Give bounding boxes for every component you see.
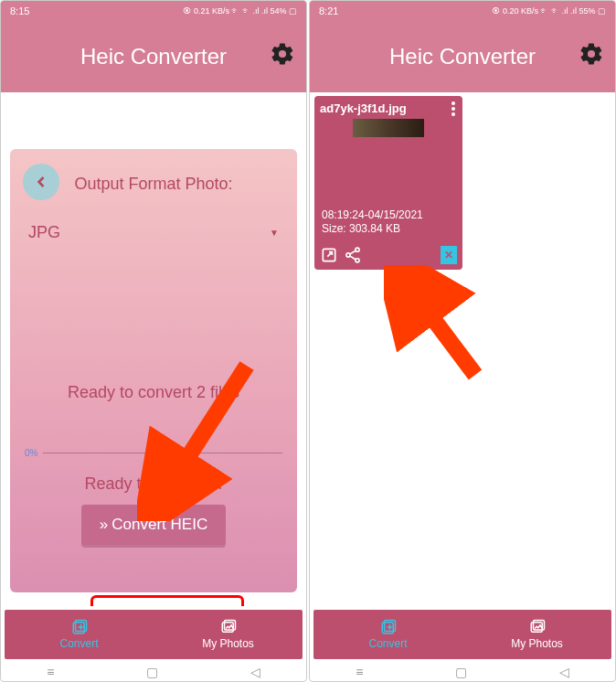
convert-icon — [379, 619, 398, 635]
system-nav: ≡ ▢ ◁ — [1, 663, 306, 681]
back-button[interactable] — [23, 164, 59, 200]
ready-convert-text: Ready to convert... — [23, 474, 284, 494]
nav-convert-label: Convert — [368, 637, 407, 650]
settings-gear-icon[interactable] — [579, 41, 604, 67]
convert-heic-button[interactable]: » Convert HEIC — [81, 505, 226, 545]
sys-menu-icon[interactable]: ≡ — [47, 665, 54, 679]
system-nav: ≡ ▢ ◁ — [310, 663, 615, 681]
nav-photos[interactable]: My Photos — [154, 619, 303, 650]
content-area: ad7yk-j3f1d.jpg 08:19:24-04/15/2021 Size… — [310, 92, 615, 606]
status-bar: 8:21 ⦿ 0.20 KB/s ᯤ ᯤ .ıl .ıl 55% ▢ — [310, 1, 615, 21]
share-icon[interactable] — [344, 246, 362, 264]
file-size: Size: 303.84 KB — [322, 222, 423, 237]
app-header: Heic Converter — [310, 21, 615, 92]
open-external-icon[interactable] — [320, 246, 338, 264]
content-area: Output Format Photo: JPG ▼ Ready to conv… — [1, 92, 306, 606]
nav-photos[interactable]: My Photos — [462, 619, 611, 650]
photos-icon — [528, 619, 547, 635]
nav-convert[interactable]: Convert — [5, 619, 154, 650]
settings-gear-icon[interactable] — [270, 41, 295, 67]
phone-left: 8:15 ⦿ 0.21 KB/s ᯤ ᯤ .ıl .ıl 54% ▢ Heic … — [0, 0, 307, 682]
bottom-nav: Convert My Photos — [5, 610, 303, 659]
format-dropdown[interactable]: JPG ▼ — [23, 219, 284, 246]
nav-convert-label: Convert — [59, 637, 98, 650]
status-icons: ⦿ 0.21 KB/s ᯤ ᯤ .ıl .ıl 54% ▢ — [183, 6, 297, 16]
file-name: ad7yk-j3f1d.jpg — [320, 101, 457, 115]
app-title: Heic Converter — [80, 44, 227, 69]
annotation-highlight — [90, 595, 244, 606]
chevron-double-right-icon: » — [100, 516, 108, 534]
status-bar: 8:15 ⦿ 0.21 KB/s ᯤ ᯤ .ıl .ıl 54% ▢ — [1, 1, 306, 21]
app-header: Heic Converter — [1, 21, 306, 92]
dropdown-value: JPG — [28, 223, 60, 242]
file-meta: 08:19:24-04/15/2021 Size: 303.84 KB — [322, 208, 423, 237]
nav-photos-label: My Photos — [511, 637, 563, 650]
app-title: Heic Converter — [389, 44, 536, 69]
sys-back-icon[interactable]: ◁ — [559, 665, 569, 679]
progress-percent: 0% — [25, 448, 37, 458]
sys-home-icon[interactable]: ▢ — [146, 665, 158, 679]
sys-back-icon[interactable]: ◁ — [250, 665, 260, 679]
phone-right: 8:21 ⦿ 0.20 KB/s ᯤ ᯤ .ıl .ıl 55% ▢ Heic … — [309, 0, 616, 682]
file-timestamp: 08:19:24-04/15/2021 — [322, 208, 423, 223]
convert-button-label: Convert HEIC — [112, 516, 207, 534]
chevron-down-icon: ▼ — [270, 228, 279, 238]
sys-home-icon[interactable]: ▢ — [455, 665, 467, 679]
status-time: 8:21 — [319, 5, 338, 16]
sys-menu-icon[interactable]: ≡ — [356, 665, 363, 679]
progress-area: 0% — [23, 448, 284, 458]
progress-bar — [43, 453, 282, 453]
bottom-nav: Convert My Photos — [313, 610, 611, 659]
convert-card: Output Format Photo: JPG ▼ Ready to conv… — [10, 149, 297, 592]
arrow-left-icon — [32, 173, 50, 191]
file-card[interactable]: ad7yk-j3f1d.jpg 08:19:24-04/15/2021 Size… — [314, 96, 462, 270]
output-format-label: Output Format Photo: — [23, 175, 284, 194]
file-thumbnail — [353, 119, 424, 137]
more-menu-icon[interactable] — [451, 101, 455, 116]
convert-icon — [70, 619, 89, 635]
nav-convert[interactable]: Convert — [313, 619, 462, 650]
photos-icon — [219, 619, 238, 635]
nav-photos-label: My Photos — [202, 637, 254, 650]
ready-files-text: Ready to convert 2 files — [23, 383, 284, 402]
status-icons: ⦿ 0.20 KB/s ᯤ ᯤ .ıl .ıl 55% ▢ — [492, 6, 606, 16]
delete-icon[interactable]: ✕ — [441, 246, 457, 264]
status-time: 8:15 — [10, 5, 29, 16]
file-actions: ✕ — [320, 246, 457, 264]
